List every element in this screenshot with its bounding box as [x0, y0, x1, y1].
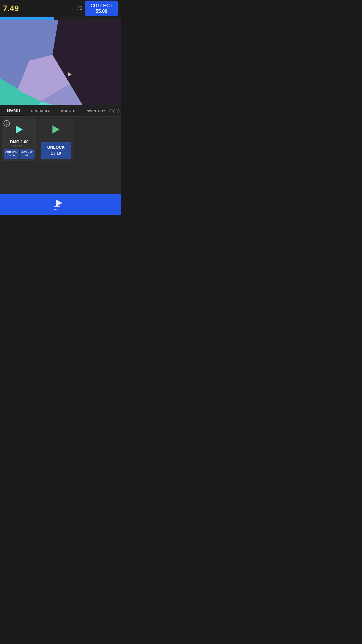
unlock-button[interactable]: UNLOCK 1 / 10	[41, 142, 71, 159]
spark-card-1: 1 DMG 1.00 LEVEL 0 ADD ONE 30.00 LEVEL U…	[2, 118, 37, 161]
spark-buttons: ADD ONE 30.00 LEVEL UP 200	[4, 149, 34, 159]
progress-bar	[0, 17, 121, 20]
action-lines-icon	[54, 206, 60, 211]
collect-button[interactable]: COLLECT 55.00	[85, 1, 118, 16]
rank-display: #3	[77, 6, 82, 11]
add-one-button[interactable]: ADD ONE 30.00	[4, 149, 19, 159]
launch-icon	[53, 197, 68, 212]
spark-dmg: DMG 1.00	[4, 139, 34, 144]
add-one-label: ADD ONE	[5, 150, 17, 153]
tab-sparks[interactable]: SPARKS	[0, 105, 27, 116]
tab-boosts[interactable]: BOOSTS	[55, 106, 82, 116]
score-display: 7.49	[3, 4, 77, 13]
collect-amount: 55.00	[96, 9, 107, 14]
bottom-panel: SPARKS UPGRADES BOOSTS INVENTORY ◯◯◯ 1 D…	[0, 105, 121, 194]
spark-card-locked: UNLOCK 1 / 10	[38, 118, 73, 161]
tab-bar: SPARKS UPGRADES BOOSTS INVENTORY ◯◯◯	[0, 105, 121, 117]
hud: 7.49 #3 COLLECT 55.00	[0, 0, 121, 17]
spark-info: DMG 1.00 LEVEL 0	[4, 139, 34, 147]
unlock-sub: 1 / 10	[51, 151, 61, 155]
level-up-label: LEVEL UP	[21, 150, 34, 153]
spark-level: LEVEL 0	[4, 144, 34, 147]
locked-spark-arrow-icon	[52, 125, 59, 134]
action-bar[interactable]	[0, 194, 121, 215]
game-cursor-icon	[68, 72, 72, 77]
progress-bar-fill	[0, 17, 54, 20]
level-up-cost: 200	[25, 154, 29, 157]
spark-number: 1	[3, 120, 10, 127]
more-options-button[interactable]: ◯◯◯	[109, 105, 121, 117]
spark-arrow-icon	[16, 125, 23, 134]
tab-upgrades[interactable]: UPGRADES	[27, 106, 55, 116]
unlock-label: UNLOCK	[47, 145, 65, 150]
level-up-button[interactable]: LEVEL UP 200	[20, 149, 34, 159]
action-arrow-icon	[56, 200, 62, 206]
sparks-grid: 1 DMG 1.00 LEVEL 0 ADD ONE 30.00 LEVEL U…	[0, 117, 121, 163]
locked-spark-icon-area	[52, 121, 59, 138]
tab-inventory[interactable]: INVENTORY	[82, 106, 109, 116]
more-dots-icon: ◯◯◯	[109, 109, 121, 112]
add-one-cost: 30.00	[8, 154, 15, 157]
collect-label: COLLECT	[90, 3, 113, 8]
